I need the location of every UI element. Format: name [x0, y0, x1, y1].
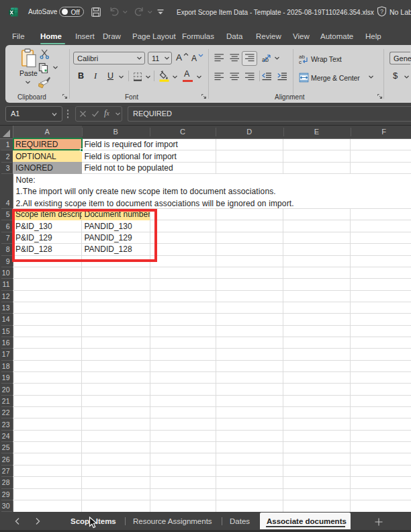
svg-text:c: c [299, 59, 302, 64]
svg-text:?: ? [380, 8, 383, 15]
